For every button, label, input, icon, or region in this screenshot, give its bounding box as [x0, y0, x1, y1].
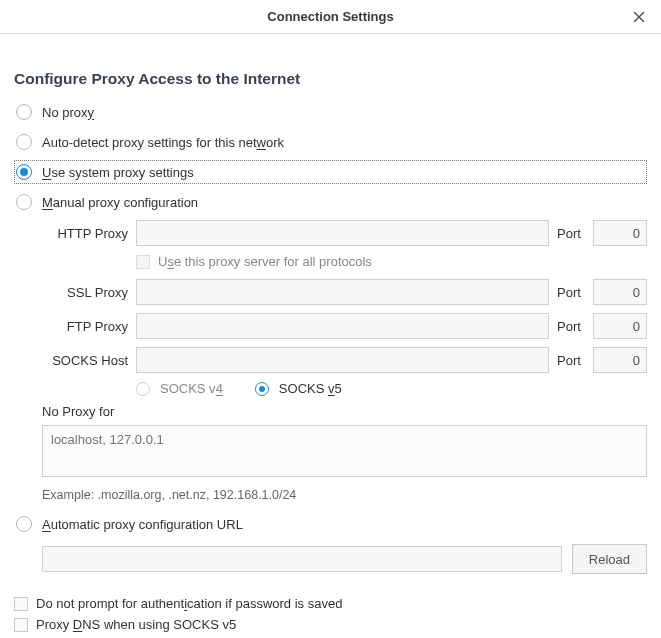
titlebar: Connection Settings — [0, 0, 661, 34]
no-proxy-example: Example: .mozilla.org, .net.nz, 192.168.… — [42, 488, 647, 502]
socks-v4-radio[interactable] — [136, 382, 150, 396]
proxy-dns-label: Proxy DNS when using SOCKS v5 — [36, 617, 236, 632]
ftp-proxy-host-input[interactable] — [136, 313, 549, 339]
socks-port-label: Port — [557, 353, 585, 368]
socks-port-input[interactable] — [593, 347, 647, 373]
radio-manual-proxy[interactable]: Manual proxy configuration — [14, 190, 647, 214]
ftp-proxy-label: FTP Proxy — [42, 319, 128, 334]
radio-no-proxy[interactable]: No proxy — [14, 100, 647, 124]
ftp-proxy-port-label: Port — [557, 319, 585, 334]
socks-v5-radio[interactable] — [255, 382, 269, 396]
ssl-proxy-host-input[interactable] — [136, 279, 549, 305]
radio-auto-detect-label: Auto-detect proxy settings for this netw… — [42, 135, 284, 150]
radio-icon — [16, 516, 32, 532]
radio-icon — [16, 164, 32, 180]
ftp-proxy-port-input[interactable] — [593, 313, 647, 339]
socks-host-input[interactable] — [136, 347, 549, 373]
radio-icon — [16, 104, 32, 120]
pac-url-input[interactable] — [42, 546, 562, 572]
ssl-proxy-label: SSL Proxy — [42, 285, 128, 300]
use-all-label: Use this proxy server for all protocols — [158, 254, 372, 269]
socks-host-label: SOCKS Host — [42, 353, 128, 368]
window-title: Connection Settings — [267, 9, 393, 24]
close-icon[interactable] — [629, 7, 649, 27]
use-all-checkbox[interactable] — [136, 255, 150, 269]
radio-icon — [16, 194, 32, 210]
ssl-proxy-port-label: Port — [557, 285, 585, 300]
radio-icon — [16, 134, 32, 150]
radio-no-proxy-label: No proxy — [42, 105, 94, 120]
http-proxy-port-label: Port — [557, 226, 585, 241]
no-proxy-for-label: No Proxy for — [42, 404, 647, 419]
no-auth-prompt-checkbox[interactable] — [14, 597, 28, 611]
no-proxy-for-textarea[interactable] — [42, 425, 647, 477]
http-proxy-host-input[interactable] — [136, 220, 549, 246]
http-proxy-label: HTTP Proxy — [42, 226, 128, 241]
http-proxy-port-input[interactable] — [593, 220, 647, 246]
radio-system-proxy-label: Use system proxy settings — [42, 165, 194, 180]
radio-manual-proxy-label: Manual proxy configuration — [42, 195, 198, 210]
no-auth-prompt-label: Do not prompt for authentication if pass… — [36, 596, 342, 611]
socks-v4-label: SOCKS v4 — [160, 381, 223, 396]
manual-proxy-fields: HTTP Proxy Port Use this proxy server fo… — [42, 220, 647, 396]
dialog-content: Configure Proxy Access to the Internet N… — [0, 34, 661, 638]
socks-v5-label: SOCKS v5 — [279, 381, 342, 396]
page-heading: Configure Proxy Access to the Internet — [14, 70, 647, 88]
radio-system-proxy[interactable]: Use system proxy settings — [14, 160, 647, 184]
proxy-dns-checkbox[interactable] — [14, 618, 28, 632]
ssl-proxy-port-input[interactable] — [593, 279, 647, 305]
radio-pac[interactable]: Automatic proxy configuration URL — [14, 512, 647, 536]
reload-button[interactable]: Reload — [572, 544, 647, 574]
radio-pac-label: Automatic proxy configuration URL — [42, 517, 243, 532]
radio-auto-detect[interactable]: Auto-detect proxy settings for this netw… — [14, 130, 647, 154]
